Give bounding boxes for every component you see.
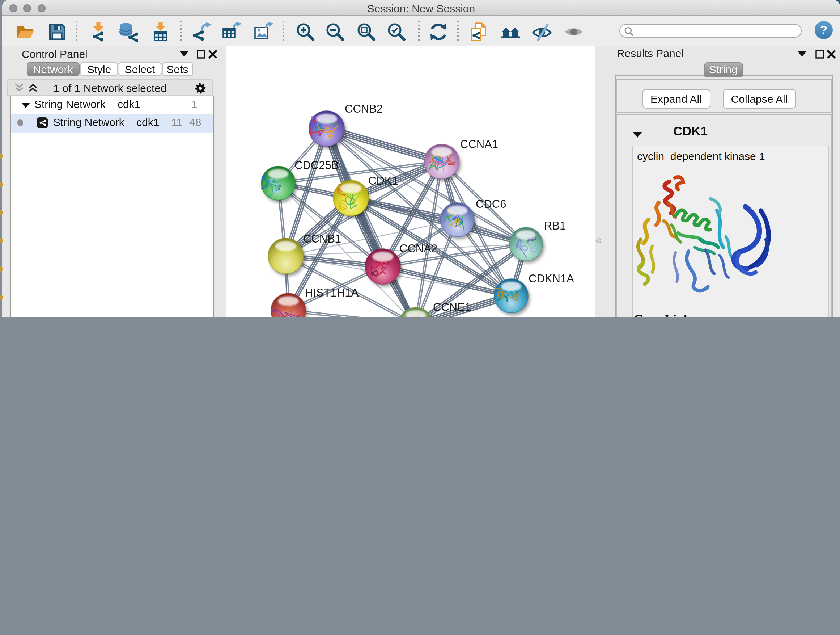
svg-text:CCNE1: CCNE1: [433, 301, 471, 314]
svg-text:CDK1: CDK1: [368, 174, 398, 187]
svg-text:CDC25B: CDC25B: [294, 159, 339, 172]
svg-text:HIST1H1A: HIST1H1A: [305, 287, 358, 299]
svg-text:CCNB2: CCNB2: [345, 103, 383, 115]
svg-text:CDC6: CDC6: [476, 198, 506, 211]
svg-text:CCNA2: CCNA2: [399, 242, 437, 255]
svg-text:CCNB1: CCNB1: [303, 233, 341, 245]
svg-text:RB1: RB1: [544, 219, 566, 232]
svg-text:CDKN1A: CDKN1A: [529, 272, 574, 285]
svg-text:CCNA1: CCNA1: [460, 138, 498, 150]
